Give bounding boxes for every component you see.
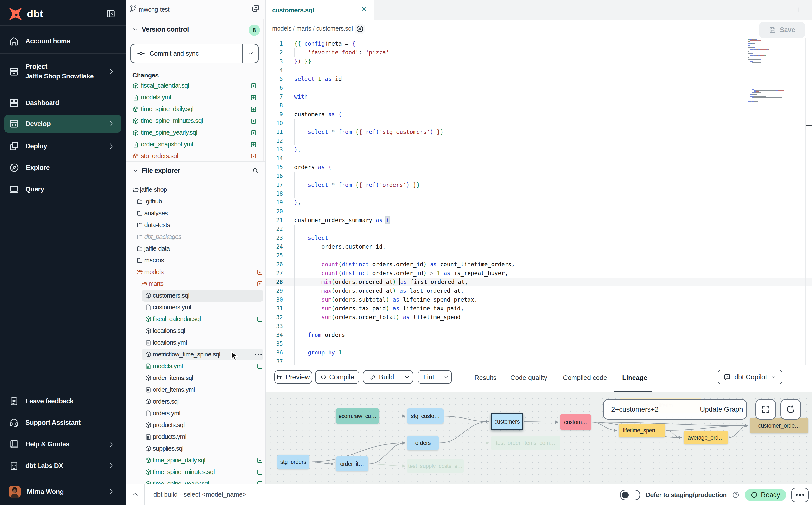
lineage-node-orders[interactable]: orders [407,436,439,450]
tree-item-marts[interactable]: marts [126,278,266,290]
code-line-21[interactable]: 21customer_orders_summary as ( [266,216,812,224]
added-file-icon[interactable] [251,95,257,101]
build-options-dropdown[interactable] [401,371,413,383]
added-file-icon[interactable] [251,83,257,89]
search-icon[interactable] [252,167,259,174]
tree-item-jaffle-shop[interactable]: jaffle-shop [126,184,266,196]
commit-options-dropdown[interactable] [242,44,258,62]
code-line-36[interactable]: 36 group by 1 [266,348,812,357]
code-line-22[interactable]: 22 [266,224,812,233]
lint-options-dropdown[interactable] [440,371,451,383]
code-line-10[interactable]: 10 [266,119,812,128]
lint-button[interactable]: Lint [418,370,452,384]
editor-minimap[interactable] [748,39,804,102]
sidebar-item-develop[interactable]: Develop [4,115,121,133]
code-line-32[interactable]: 32 sum(orders.order_total) as lifetime_s… [266,313,812,322]
added-file-icon[interactable] [257,363,263,369]
compile-button[interactable]: Compile [315,370,359,384]
changed-file-row[interactable]: time_spine_minutes.sql [126,115,266,127]
chevron-up-icon[interactable] [131,491,139,498]
code-line-20[interactable]: 20 [266,207,812,216]
refresh-graph-button[interactable] [780,399,801,420]
added-file-icon[interactable] [251,130,257,136]
fullscreen-button[interactable] [755,399,776,420]
code-line-15[interactable]: 15orders as ( [266,163,812,172]
tree-item-order_items.sql[interactable]: order_items.sql [126,372,266,384]
added-file-icon[interactable] [257,316,263,322]
code-line-31[interactable]: 31 sum(orders.tax_paid) as lifetime_tax_… [266,304,812,313]
new-tab-icon[interactable] [795,6,802,13]
code-line-23[interactable]: 23 select [266,233,812,242]
sidebar-item-leave-feedback[interactable]: Leave feedback [4,392,121,410]
lineage-node-custorde[interactable]: customer_orde… [750,418,808,434]
panel-tab-code-quality[interactable]: Code quality [510,374,547,382]
lineage-canvas[interactable]: ecom.raw_cu…stg_custo…customerscustom…co… [266,392,812,484]
lineage-node-stgcust[interactable]: stg_custo… [407,408,444,424]
code-line-2[interactable]: 2 'favorite_food': 'pizza' [266,48,812,57]
panel-tab-compiled-code[interactable]: Compiled code [563,374,607,382]
file-options-icon[interactable] [255,353,262,355]
defer-toggle[interactable] [620,490,640,500]
lineage-node-lifetime[interactable]: lifetime_spen… [619,424,665,437]
code-line-33[interactable]: 33 [266,322,812,330]
code-line-26[interactable]: 26 count(distinct orders.order_id) as co… [266,260,812,269]
user-menu[interactable]: Mirna Wong [4,483,121,501]
added-file-icon[interactable] [251,142,257,148]
code-line-16[interactable]: 16 [266,172,812,180]
file-explorer-header[interactable]: File explorer [132,167,180,175]
editor-scrollbar[interactable] [805,38,812,365]
changed-file-row[interactable]: fiscal_calendar.sql [126,80,266,92]
commit-and-sync-button[interactable]: Commit and sync [130,44,259,63]
tree-item-jaffle-data[interactable]: jaffle-data [126,243,266,255]
tree-item-orders.yml[interactable]: orders.yml [126,407,266,419]
build-button[interactable]: Build [363,370,413,384]
changed-file-row[interactable]: stg_orders.sql [126,151,266,158]
sidebar-item-support-assistant[interactable]: Support Assistant [4,414,121,432]
code-line-12[interactable]: 12 [266,136,812,145]
added-file-icon[interactable] [257,458,263,463]
tab-customers-sql[interactable]: customers.sql [266,0,374,20]
code-editor[interactable]: 1{{ config(meta = {2 'favorite_food': 'p… [266,38,812,365]
code-line-18[interactable]: 18 [266,189,812,198]
changed-file-row[interactable]: order_snapshot.yml [126,139,266,151]
lineage-node-stgorders[interactable]: stg_orders [277,455,309,469]
sidebar-item-dashboard[interactable]: Dashboard [4,94,121,112]
code-line-35[interactable]: 35 [266,339,812,348]
tree-item-time_spine_daily.sql[interactable]: time_spine_daily.sql [126,455,266,466]
tree-item-customers.yml[interactable]: customers.yml [126,302,266,313]
tree-item-fiscal_calendar.sql[interactable]: fiscal_calendar.sql [126,313,266,325]
tree-item-.github[interactable]: .github [126,196,266,207]
sidebar-item-explore[interactable]: Explore [4,159,121,176]
save-button[interactable]: Save [759,22,805,38]
sidebar-item-query[interactable]: Query [4,180,121,198]
lineage-node-average[interactable]: average_ord… [683,431,728,444]
tree-item-analyses[interactable]: analyses [126,207,266,219]
breadcrumb-segment[interactable]: models [272,25,291,32]
added-file-icon[interactable] [257,469,263,475]
code-line-4[interactable]: 4 [266,66,812,74]
update-graph-button[interactable]: Update Graph [697,400,746,419]
added-file-icon[interactable] [251,107,257,112]
changed-file-row[interactable]: models.yml [126,92,266,104]
lineage-search-input[interactable]: 2+customers+2 [604,400,697,419]
tree-item-metricflow_time_spine.sql[interactable]: metricflow_time_spine.sql [126,349,266,360]
code-line-24[interactable]: 24 orders.customer_id, [266,242,812,251]
tree-item-data-tests[interactable]: data-tests [126,219,266,231]
added-file-icon[interactable] [251,118,257,124]
tree-item-macros[interactable]: macros [126,255,266,266]
code-line-14[interactable]: 14 [266,154,812,163]
code-line-13[interactable]: 13), [266,145,812,154]
tree-item-products.yml[interactable]: products.yml [126,431,266,443]
sidebar-item-account-home[interactable]: Account home [4,32,121,50]
lineage-node-orderit[interactable]: order_it… [336,457,368,471]
panel-tab-results[interactable]: Results [474,374,496,382]
code-line-25[interactable]: 25 [266,251,812,260]
changed-file-row[interactable]: time_spine_daily.sql [126,104,266,115]
tree-item-dbt_packages[interactable]: dbt_packages [126,231,266,243]
command-input[interactable]: dbt build --select <model_name> [153,491,247,498]
tree-item-models[interactable]: models [126,266,266,278]
breadcrumb-segment[interactable]: marts [296,25,311,32]
sidebar-item-help-guides[interactable]: Help & Guides [4,436,121,453]
code-line-37[interactable]: 37 [266,357,812,365]
copy-branch-icon[interactable] [252,4,260,12]
